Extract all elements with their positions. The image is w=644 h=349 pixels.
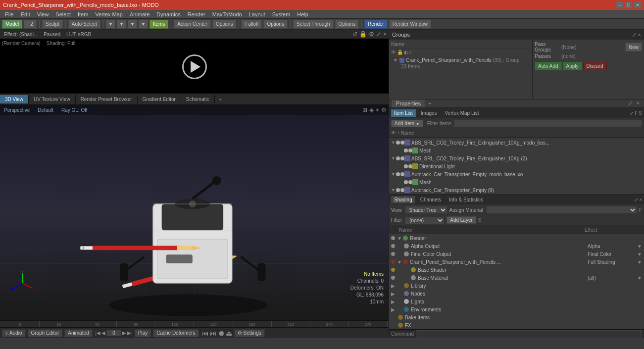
menu-vertex-map[interactable]: Vertex Map <box>92 10 126 18</box>
wireframe-icon[interactable]: ◈ <box>369 106 374 113</box>
list-item[interactable]: ▼ ABS_SRL_CO2_Trolley_Fire_Extinguisher_… <box>389 154 644 162</box>
menu-layout[interactable]: Layout <box>246 10 268 18</box>
sh-expand-icon[interactable]: ⤢ <box>634 197 638 202</box>
properties-tab[interactable]: Properties <box>392 100 425 107</box>
settings-icon[interactable]: ⚙ <box>369 31 374 38</box>
vis-icon[interactable]: 👁 <box>391 130 396 136</box>
perspective-label[interactable]: Perspective <box>2 107 32 113</box>
vertex-mode[interactable]: ▾ <box>106 20 115 29</box>
new-group-button[interactable]: New <box>625 43 642 51</box>
menu-animate[interactable]: Animate <box>127 10 152 18</box>
add-vis-icon[interactable]: + <box>397 130 400 136</box>
lut-tab[interactable]: LUT: sRGB <box>64 31 93 38</box>
tab-info-stats[interactable]: Info & Statistics <box>446 196 486 203</box>
select-through-button[interactable]: Select Through <box>293 20 334 29</box>
view-select[interactable]: Shader Tree <box>405 206 447 214</box>
il-f-icon[interactable]: F <box>635 110 638 116</box>
tab-item-list[interactable]: Item List <box>391 109 416 117</box>
list-item[interactable]: Mesh <box>389 178 644 186</box>
groups-close-icon[interactable]: × <box>638 32 641 38</box>
filter-select[interactable]: (none) <box>405 216 445 224</box>
sh-dropdown-5[interactable]: ▼ <box>637 275 642 281</box>
frame-input[interactable] <box>106 330 121 336</box>
sh-arrow-3[interactable]: ▼ <box>397 259 403 265</box>
sh-dropdown-2[interactable]: ▼ <box>637 251 642 257</box>
sh-arrow-0[interactable]: ▼ <box>397 236 403 241</box>
tab-3dview[interactable]: 3D View <box>0 95 29 103</box>
sh-item-alpha[interactable]: Alpha Output Alpha ▼ <box>389 242 644 250</box>
expand-icon[interactable]: ⤢ <box>376 31 381 38</box>
cache-deformers-button[interactable]: Cache Deformers <box>153 329 198 337</box>
sculpt-button[interactable]: Sculpt <box>42 20 63 29</box>
groups-expand-icon[interactable]: ⤢ <box>632 32 637 38</box>
step-fwd-button[interactable]: ▶ <box>122 330 126 336</box>
transport-icon3[interactable]: ⏺ <box>218 329 225 337</box>
il-expand-icon[interactable]: ⤢ <box>630 110 634 116</box>
close-button[interactable]: × <box>634 1 641 8</box>
grid-icon[interactable]: ⊞ <box>362 106 367 113</box>
sh-arrow-lights[interactable]: ▶ <box>391 299 397 304</box>
menu-view[interactable]: View <box>34 10 52 18</box>
tab-channels[interactable]: Channels <box>417 196 444 203</box>
tab-vertex-map[interactable]: Vertex Map List <box>442 109 482 117</box>
render-window-button[interactable]: Render Window <box>389 20 431 29</box>
transport-icon1[interactable]: ⏮ <box>202 329 209 337</box>
close-preview-icon[interactable]: × <box>383 31 387 38</box>
graph-editor-button[interactable]: Graph Editor <box>28 329 63 337</box>
animated-button[interactable]: Animated <box>64 329 92 337</box>
group-vis-icon[interactable]: ◐ <box>404 50 408 55</box>
falloff-button[interactable]: Falloff <box>242 20 262 29</box>
list-item[interactable]: Mesh <box>389 147 644 154</box>
menu-file[interactable]: File <box>2 10 17 18</box>
vp-settings-icon[interactable]: ⚙ <box>381 106 387 113</box>
items-button[interactable]: Items <box>149 20 168 29</box>
sh-s-icon[interactable]: S <box>478 217 482 223</box>
sh-dropdown-3[interactable]: ▼ <box>637 259 642 265</box>
group-tree-item[interactable]: ▼ Crank_Pencil_Sharpener_with_Pencils (3… <box>391 57 530 63</box>
tab-images[interactable]: Images <box>418 109 440 117</box>
sh-arrow-nodes[interactable]: ▶ <box>391 291 397 297</box>
sh-item-nodes[interactable]: ▶ Nodes <box>389 290 644 298</box>
group-render-icon[interactable]: □ <box>409 50 412 55</box>
sh-item-environments[interactable]: ▶ Environments <box>389 305 644 313</box>
apply-button[interactable]: Apply <box>563 62 582 70</box>
sync-icon[interactable]: ↺ <box>352 31 357 38</box>
sh-arrow-env[interactable]: ▶ <box>391 307 397 312</box>
group-expand-arrow[interactable]: ▼ <box>393 57 398 63</box>
play-button-bottom[interactable]: Play <box>135 329 151 337</box>
sh-item-final[interactable]: Final Color Output Final Color ▼ <box>389 250 644 258</box>
list-item[interactable]: Directional Light <box>389 162 644 170</box>
f2-button[interactable]: F2 <box>24 20 37 29</box>
menu-select[interactable]: Select <box>52 10 74 18</box>
sh-item-shader[interactable]: Base Shader <box>389 266 644 274</box>
maximize-button[interactable]: □ <box>625 1 632 8</box>
list-item[interactable]: ▼ ABS_SRL_CO2_Trolley_Fire_Extinguisher_… <box>389 139 644 147</box>
sh-item-library[interactable]: ▶ Library <box>389 282 644 290</box>
tab-shading[interactable]: Shading <box>391 196 415 203</box>
next-frame-button[interactable]: ▶| <box>127 330 133 336</box>
transport-icon2[interactable]: ⏭ <box>210 329 217 337</box>
viewport-3d[interactable]: Perspective Default Ray GL: Off ⊞ ◈ ⌖ ⚙ <box>0 105 389 320</box>
sh-dropdown-1[interactable]: ▼ <box>637 244 642 249</box>
discard-button[interactable]: Discard <box>583 62 607 70</box>
edge-mode[interactable]: ▾ <box>117 20 126 29</box>
minimize-button[interactable]: – <box>616 1 623 8</box>
material-mode[interactable]: ▾ <box>139 20 148 29</box>
audio-button[interactable]: ♪ Audio <box>2 329 26 337</box>
auto-add-button[interactable]: Auto Add <box>535 62 562 70</box>
sh-item-fx[interactable]: FX <box>389 321 644 329</box>
assign-select[interactable] <box>486 206 637 214</box>
options2-button[interactable]: Options <box>263 20 287 29</box>
sh-item-render[interactable]: ▼ Render <box>389 234 644 242</box>
list-item[interactable]: ▼ Autorack_Car_Transporter_Empty (9) <box>389 186 644 194</box>
play-button[interactable] <box>182 54 207 79</box>
il-s-icon[interactable]: S <box>639 110 642 116</box>
menu-item[interactable]: Item <box>75 10 91 18</box>
effect-tab[interactable]: Effect: (Shadi... <box>2 31 40 38</box>
render-button[interactable]: Render <box>364 20 388 29</box>
properties-add-button[interactable]: + <box>425 100 434 107</box>
lock-icon[interactable]: 🔒 <box>359 31 367 38</box>
settings-button[interactable]: ⚙ Settings <box>234 329 265 337</box>
paused-tab[interactable]: Paused <box>42 31 62 38</box>
add-layer-button[interactable]: Add Layer <box>446 216 476 224</box>
